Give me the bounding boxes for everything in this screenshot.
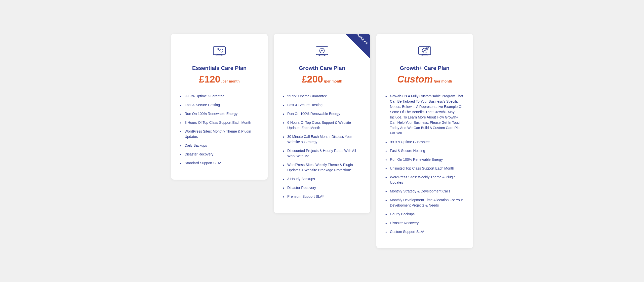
feature-item: Premium Support SLA* [283,192,361,201]
price-amount: £120 [199,74,220,85]
feature-item: 3 Hours Of Top Class Support Each Month [180,118,259,127]
feature-item: 99.9% Uptime Guarantee [180,92,259,101]
feature-item: Run On 100% Renewable Energy [283,109,361,118]
price-period: /per month [221,79,239,83]
plan-title: Growth Care Plan [283,65,361,71]
svg-rect-0 [213,47,225,55]
feature-item: Disaster Recovery [283,183,361,192]
feature-item: Disaster Recovery [385,219,464,227]
feature-item: WordPress Sites: Weekly Theme & Plugin U… [283,160,361,175]
plan-price: £120 /per month [180,74,259,85]
features-list: Growth+ Is A Fully Customisable Program … [385,92,464,236]
feature-item: 6 Hours Of Top Class Support & Website U… [283,118,361,132]
feature-item: Hourly Backups [385,210,464,219]
feature-item: Run On 100% Renewable Energy [385,155,464,164]
growth-plus-icon [385,44,464,61]
feature-item: Disaster Recovery [180,150,259,159]
price-amount: £200 [302,74,323,85]
price-custom: Custom [397,74,433,85]
plan-price: Custom /per month [385,74,464,85]
plan-card-essentials: Essentials Care Plan £120 /per month 99.… [171,34,268,180]
feature-item: 99.9% Uptime Guarantee [283,92,361,101]
feature-item: Discounted Projects & Hourly Rates With … [283,146,361,160]
popular-badge [345,34,370,59]
plan-title: Essentials Care Plan [180,65,259,71]
price-period: /per month [434,79,452,83]
plan-price: £200 /per month [283,74,361,85]
feature-item: Fast & Secure Hosting [283,101,361,109]
features-list: 99.9% Uptime GuaranteeFast & Secure Host… [283,92,361,201]
feature-item: Standard Support SLA* [180,159,259,168]
feature-item: WordPress Sites: Monthly Theme & Plugin … [180,127,259,141]
feature-item: Monthly Strategy & Development Calls [385,187,464,196]
feature-item: Unlimited Top Class Support Each Month [385,164,464,173]
plan-title: Growth+ Care Plan [385,65,464,71]
feature-item: Run On 100% Renewable Energy [180,109,259,118]
price-period: /per month [324,79,342,83]
plan-card-growth: POPULAR Growth Care Plan £200 /per month… [274,34,370,213]
feature-item: 99.9% Uptime Guarantee [385,138,464,146]
feature-item: Fast & Secure Hosting [385,146,464,155]
essentials-icon [180,44,259,61]
feature-item: Fast & Secure Hosting [180,101,259,109]
feature-item: Monthly Development Time Allocation For … [385,196,464,210]
plans-container: Essentials Care Plan £120 /per month 99.… [171,34,473,248]
feature-item: Custom Support SLA* [385,227,464,236]
svg-point-3 [220,49,223,52]
feature-item: WordPress Sites: Weekly Theme & Plugin U… [385,173,464,187]
feature-item: 3 Hourly Backups [283,175,361,183]
feature-item: Daily Backups [180,141,259,150]
feature-item: Growth+ Is A Fully Customisable Program … [385,92,464,138]
plan-card-growth-plus: Growth+ Care Plan Custom /per month Grow… [376,34,473,248]
features-list: 99.9% Uptime GuaranteeFast & Secure Host… [180,92,259,168]
feature-item: 30 Minute Call Each Month: Discuss Your … [283,132,361,146]
